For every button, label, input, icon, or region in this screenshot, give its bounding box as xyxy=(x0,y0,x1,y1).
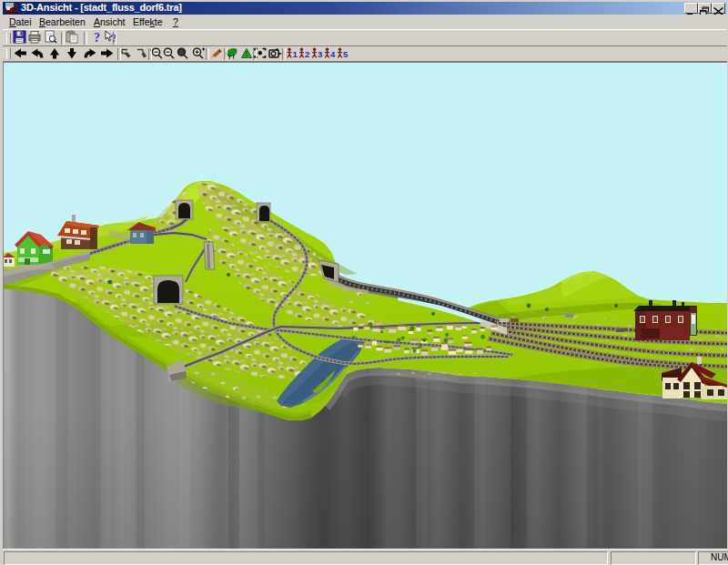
svg-text:2: 2 xyxy=(305,49,309,59)
svg-text:3: 3 xyxy=(318,49,322,59)
svg-text:5: 5 xyxy=(343,49,349,59)
svg-text:?: ? xyxy=(94,31,100,45)
svg-text:4: 4 xyxy=(330,49,336,59)
svg-text:1: 1 xyxy=(293,49,298,59)
